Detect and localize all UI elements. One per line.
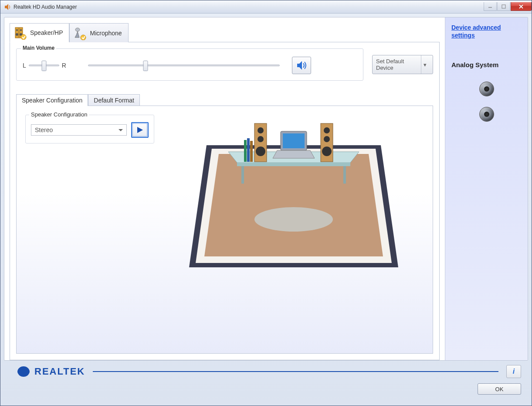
maximize-button[interactable] — [497, 2, 510, 11]
analog-jack-2[interactable] — [479, 107, 494, 122]
speaker-configuration-group: Speaker Configuration Stereo — [25, 115, 154, 143]
tab-speaker-label: Speaker/HP — [30, 29, 63, 36]
sound-icon — [296, 60, 307, 71]
microphone-icon — [73, 26, 87, 40]
svg-point-20 — [258, 127, 264, 133]
set-default-device-label: Set Default Device — [376, 58, 421, 71]
balance-left-label: L — [23, 62, 26, 69]
ok-button[interactable]: OK — [478, 383, 521, 395]
svg-rect-28 — [283, 133, 305, 148]
room-illustration — [163, 115, 424, 345]
realtek-logo-icon — [16, 365, 31, 378]
svg-point-21 — [258, 136, 264, 142]
speaker-configuration-dropdown[interactable]: Stereo — [31, 124, 127, 136]
svg-point-4 — [16, 29, 18, 31]
window-controls — [483, 2, 532, 11]
right-speaker-icon — [321, 123, 333, 162]
main-volume-group: Main Volume L R — [16, 48, 363, 81]
app-icon — [4, 3, 11, 10]
svg-marker-13 — [204, 154, 383, 256]
svg-rect-18 — [343, 166, 346, 184]
svg-rect-17 — [241, 166, 244, 184]
svg-rect-32 — [250, 141, 253, 162]
mute-button[interactable] — [292, 57, 311, 74]
app-window: Realtek HD Audio Manager Speaker/HP — [0, 0, 532, 406]
svg-rect-0 — [488, 7, 492, 8]
play-test-button[interactable] — [131, 122, 149, 138]
svg-point-34 — [25, 372, 27, 373]
laptop-icon — [273, 131, 315, 158]
tab-microphone[interactable]: Microphone — [69, 23, 128, 42]
window-body: Speaker/HP Microphone Main Volume — [0, 14, 532, 406]
svg-point-14 — [254, 207, 333, 232]
svg-point-25 — [324, 136, 330, 142]
main-inner: Main Volume L R — [10, 42, 440, 360]
volume-row: Main Volume L R — [16, 48, 433, 81]
left-speaker-icon — [254, 123, 267, 162]
minimize-button[interactable] — [484, 2, 497, 11]
play-icon — [136, 126, 144, 134]
svg-point-24 — [324, 127, 330, 133]
volume-controls: L R — [23, 57, 357, 74]
tab-default-format[interactable]: Default Format — [88, 94, 140, 106]
svg-point-9 — [75, 28, 80, 31]
device-tabs: Speaker/HP Microphone — [10, 23, 440, 42]
main-volume-label: Main Volume — [21, 45, 56, 51]
config-body: Speaker Configuration Stereo — [16, 106, 433, 354]
side-panel: Device advanced settings Analog System — [445, 17, 528, 360]
brand-name: REALTEK — [34, 366, 85, 377]
volume-slider-thumb[interactable] — [143, 61, 148, 71]
tab-speaker-configuration-label: Speaker Configuration — [22, 97, 82, 104]
footer: REALTEK i OK — [4, 361, 528, 402]
main-panel: Speaker/HP Microphone Main Volume — [4, 17, 445, 360]
volume-slider[interactable] — [88, 65, 280, 66]
balance-control: L R — [23, 62, 66, 69]
info-button[interactable]: i — [506, 365, 521, 378]
svg-rect-2 — [15, 27, 19, 38]
svg-point-22 — [256, 147, 265, 156]
svg-point-26 — [322, 147, 332, 156]
svg-point-33 — [20, 372, 22, 373]
balance-right-label: R — [62, 62, 66, 69]
tab-speaker-configuration[interactable]: Speaker Configuration — [16, 94, 88, 106]
tab-microphone-label: Microphone — [90, 30, 122, 37]
info-icon: i — [513, 368, 515, 375]
brand-divider — [93, 371, 498, 372]
jack-list — [451, 82, 522, 122]
close-button[interactable] — [511, 2, 532, 11]
svg-rect-30 — [244, 140, 247, 162]
balance-slider-thumb[interactable] — [41, 61, 46, 71]
titlebar: Realtek HD Audio Manager — [0, 0, 532, 14]
svg-point-5 — [20, 29, 22, 31]
svg-marker-29 — [273, 150, 315, 158]
window-title: Realtek HD Audio Manager — [14, 4, 483, 10]
speaker-icon — [14, 26, 27, 40]
ok-row: OK — [16, 383, 521, 395]
svg-rect-1 — [502, 5, 505, 8]
brand-row: REALTEK i — [16, 365, 521, 378]
tab-speaker[interactable]: Speaker/HP — [10, 23, 69, 42]
svg-rect-31 — [247, 138, 250, 162]
set-default-device-button[interactable]: Set Default Device ▾ — [372, 55, 433, 74]
speaker-configuration-selected: Stereo — [35, 126, 53, 133]
books-icon — [244, 138, 253, 162]
speaker-configuration-group-label: Speaker Configuration — [29, 111, 89, 118]
content-area: Speaker/HP Microphone Main Volume — [4, 17, 528, 361]
device-advanced-settings-link[interactable]: Device advanced settings — [451, 24, 522, 39]
config-tabs: Speaker Configuration Default Format — [16, 94, 433, 106]
analog-system-label: Analog System — [451, 61, 522, 68]
svg-marker-16 — [237, 163, 350, 166]
svg-point-6 — [16, 33, 18, 36]
tab-default-format-label: Default Format — [94, 97, 134, 104]
analog-jack-1[interactable] — [479, 82, 494, 96]
chevron-down-icon[interactable]: ▾ — [421, 55, 429, 74]
balance-slider[interactable] — [29, 65, 59, 66]
